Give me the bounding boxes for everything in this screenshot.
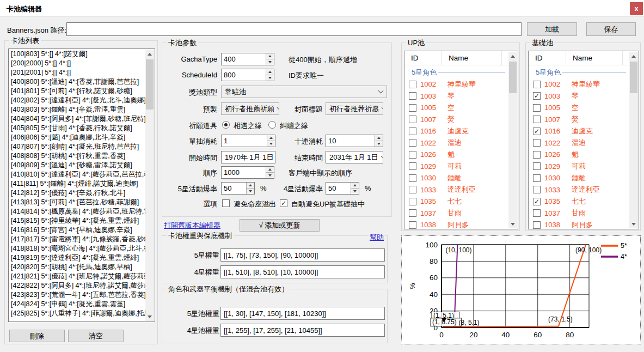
rate5-up-icon[interactable] (247, 183, 254, 189)
row-checkbox[interactable] (533, 221, 541, 229)
delete-button[interactable]: 刪除 (9, 330, 65, 342)
pool-list-item[interactable]: [420|820] 5*:[胡桃] 4*:[托馬,迪奧娜,早柚] (9, 263, 145, 272)
column-header-name[interactable]: Name (442, 51, 502, 65)
pool-list-item[interactable]: [412|812] 5*:[優菈] 4*:[辛焱,行秋,北斗] (9, 189, 145, 198)
row-checkbox[interactable] (409, 186, 416, 193)
sort-spinner[interactable] (221, 166, 274, 179)
pool-list-item[interactable]: [423|823] 5*:[荒瀧一斗] 4*:[五郎,芭芭拉,香菱] (9, 290, 145, 300)
scheduleid-spinner[interactable] (221, 69, 274, 81)
radio-intertwined-fate[interactable] (268, 121, 276, 129)
rate4-input[interactable] (326, 183, 351, 194)
scroll-up-icon[interactable] (508, 52, 517, 60)
pool-list-item[interactable]: [400|800] 5*:[溫迪] 4*:[香菱,菲謝爾,芭芭拉] (9, 77, 145, 87)
scroll-down-icon[interactable] (629, 220, 638, 228)
pool-list-item[interactable]: [425|825] 5*:[八重神子] 4*:[菲謝爾,迪奧娜,托馬] (9, 309, 145, 318)
row-checkbox[interactable] (409, 139, 416, 147)
row-checkbox[interactable] (533, 162, 541, 170)
scroll-down-icon[interactable] (508, 220, 517, 228)
pool-type-select[interactable]: 常駐池 (221, 86, 387, 98)
pool-row[interactable]: 1030鍾離 (529, 172, 629, 184)
rate5-input[interactable] (222, 183, 246, 194)
pool-list-item[interactable]: [407|807] 5*:[刻晴] 4*:[凝光,班尼特,芭芭拉] (9, 142, 145, 151)
pool-row[interactable]: 1037甘雨 (404, 208, 508, 220)
row-checkbox[interactable] (533, 139, 541, 147)
row-checkbox[interactable] (533, 116, 541, 123)
row-checkbox[interactable] (409, 221, 416, 229)
pool-list-item[interactable]: [201|2001] 5*:[] 4*:[] (9, 68, 145, 77)
pool-row[interactable]: 1029可莉 (529, 161, 629, 173)
ten-cost-down-icon[interactable] (375, 141, 383, 147)
pool-row[interactable]: 1007熒 (529, 114, 629, 126)
row-checkbox[interactable] (409, 162, 416, 170)
scroll-down-icon[interactable] (145, 312, 154, 321)
scrollbar-thumb[interactable] (630, 62, 637, 93)
sort-input[interactable] (222, 167, 266, 178)
radio-encounter-fate[interactable] (222, 121, 230, 129)
ten-cost-input[interactable] (326, 135, 375, 147)
pool-list-item[interactable]: [409|809] 5*:[溫迪] 4*:[砂糖,雷澤,諾艾爾] (9, 161, 145, 170)
row-checkbox[interactable] (409, 128, 416, 135)
pool-row[interactable]: 1030鍾離 (404, 172, 508, 184)
pool-row[interactable]: 1038阿貝多 (529, 219, 629, 229)
base-pool-scrollbar[interactable] (629, 52, 638, 228)
pool-row[interactable]: 1022溫迪 (529, 137, 629, 149)
scrollbar-thumb[interactable] (509, 62, 517, 93)
sort-down-icon[interactable] (266, 173, 274, 178)
row-checkbox-checked[interactable] (533, 92, 541, 100)
close-button[interactable]: x (630, 2, 643, 15)
single-cost-input[interactable] (222, 135, 267, 147)
open-old-editor-link[interactable]: 打開舊版本編輯器 (164, 221, 220, 230)
row-checkbox[interactable] (533, 186, 541, 193)
gachatype-input[interactable] (222, 53, 266, 65)
scheduleid-down-icon[interactable] (266, 75, 274, 81)
row-checkbox[interactable] (409, 116, 416, 123)
ten-cost-spinner[interactable] (326, 135, 383, 147)
path-input[interactable] (66, 22, 522, 36)
row-checkbox[interactable] (533, 151, 541, 159)
pool-row[interactable]: 1038阿貝多 (404, 219, 508, 229)
pool-list-item[interactable]: [417|817] 5*:[雷電將軍] 4*:[九條裟羅,香菱,砂糖] (9, 235, 145, 244)
pool-list-item[interactable]: [404|804] 5*:[阿貝多] 4*:[菲謝爾,砂糖,班尼特] (9, 114, 145, 124)
row-checkbox[interactable] (533, 174, 541, 182)
start-time-picker[interactable]: 1970年 1月 1日 (221, 151, 275, 163)
pool-row[interactable]: 1022溫迪 (404, 137, 508, 149)
pool-row[interactable]: 1005空 (529, 102, 629, 114)
pool-list-item[interactable]: [403|803] 5*:[鍾離] 4*:[辛焱,雷澤,重雲] (9, 105, 145, 114)
pool-list-item[interactable]: [422|822] 5*:[阿貝多] 4*:[班尼特,諾艾爾,蘿莎莉亞] (9, 281, 145, 290)
row-checkbox[interactable] (409, 209, 416, 217)
rate4-down-icon[interactable] (351, 189, 359, 194)
up-pool-scrollbar[interactable] (508, 52, 517, 228)
row-checkbox[interactable] (409, 198, 416, 205)
row-checkbox[interactable] (409, 174, 416, 182)
pool-list-scrollbar[interactable] (145, 50, 154, 321)
pool-row[interactable]: 1029可莉 (404, 161, 508, 173)
row-checkbox[interactable] (409, 104, 416, 112)
gachatype-spinner[interactable] (221, 53, 274, 65)
pool-list-item[interactable]: [200|2000] 5*:[] 4*:[] (9, 59, 145, 68)
row-checkbox-checked[interactable] (533, 128, 541, 135)
load-button[interactable]: 加載 (527, 22, 577, 36)
pool-list-item[interactable]: [408|808] 5*:[胡桃] 4*:[行秋,重雲,香菱] (9, 151, 145, 161)
row-checkbox-checked[interactable] (533, 198, 541, 205)
gachatype-up-icon[interactable] (266, 53, 274, 59)
pool-list-item[interactable]: [401|801] 5*:[可莉] 4*:[行秋,諾艾爾,砂糖] (9, 87, 145, 96)
weight5-input[interactable] (220, 248, 385, 262)
row-checkbox[interactable] (533, 209, 541, 217)
pool-list-item[interactable]: [100|803] 5*:[] 4*:[諾艾爾] (9, 50, 145, 59)
scheduleid-input[interactable] (222, 69, 266, 81)
single-cost-spinner[interactable] (221, 135, 275, 147)
help-link[interactable]: 幫助 (369, 233, 385, 242)
pool-list-item[interactable]: [405|805] 5*:[甘雨] 4*:[香菱,行秋,諾艾爾] (9, 124, 145, 133)
pool-row[interactable]: 1035七七 (404, 196, 508, 208)
pool-row[interactable]: 1002神里綾華 (529, 78, 629, 90)
pool-row[interactable]: 1016迪盧克 (529, 125, 629, 137)
pool-list-item[interactable]: [416|816] 5*:[宵宮] 4*:[早柚,迪奧娜,辛焱] (9, 226, 145, 235)
pool-list-item[interactable]: [402|802] 5*:[達達利亞] 4*:[凝光,北斗,迪奧娜] (9, 96, 145, 105)
pool-row[interactable]: 1033達達利亞 (529, 184, 629, 196)
column-header-id[interactable]: ID (404, 51, 442, 65)
pool-weight5-input[interactable] (220, 307, 385, 320)
pool-row[interactable]: 1003琴 (529, 90, 629, 102)
row-checkbox[interactable] (533, 81, 541, 88)
pool-list-item[interactable]: [406|806] 5*:[魈] 4*:[迪奧娜,北斗,辛焱] (9, 133, 145, 142)
pool-list-item[interactable]: [421|821] 5*:[優菈] 4*:[班尼特,諾艾爾,蘿莎莉亞] (9, 272, 145, 281)
